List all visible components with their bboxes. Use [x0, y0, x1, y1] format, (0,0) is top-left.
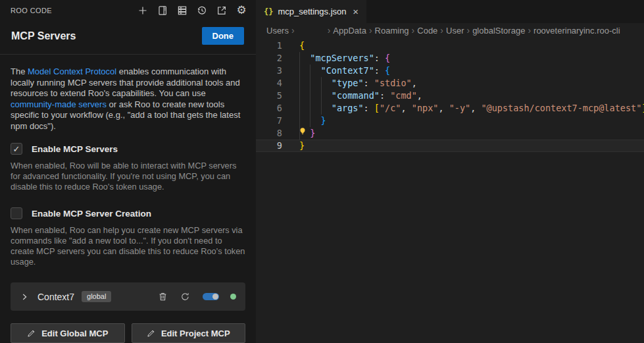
line-content: }: [299, 140, 305, 152]
code-token: {: [299, 40, 305, 51]
model-context-protocol-link[interactable]: Model Context Protocol: [28, 66, 116, 76]
enable-mcp-creation-description: When enabled, Roo can help you create ne…: [11, 225, 247, 267]
edit-project-mcp-button[interactable]: Edit Project MCP: [132, 323, 246, 343]
chevron-right-icon[interactable]: [20, 292, 29, 302]
toggle-knob: [212, 294, 218, 300]
enable-mcp-creation-label: Enable MCP Server Creation: [32, 209, 151, 219]
history-icon[interactable]: [195, 4, 209, 17]
enable-mcp-servers-label: Enable MCP Servers: [32, 144, 118, 154]
enable-mcp-creation-checkbox[interactable]: [11, 207, 22, 219]
editor-pane: {} mcp_settings.json × Users››AppData›Ro…: [256, 0, 644, 343]
edit-buttons-row: Edit Global MCP Edit Project MCP: [11, 323, 245, 343]
breadcrumb-item[interactable]: AppData: [333, 26, 366, 36]
settings-gear-icon[interactable]: ⚙: [235, 4, 248, 17]
code-token: "/c": [380, 103, 401, 113]
code-token: :: [374, 53, 385, 63]
server-name: Context7: [37, 292, 74, 302]
enable-mcp-servers-setting: ✓ Enable MCP Servers: [11, 143, 245, 155]
done-button[interactable]: Done: [202, 27, 245, 45]
line-content: "Context7": {: [299, 65, 390, 77]
code-token: "-y": [449, 103, 471, 113]
code-token: {: [385, 65, 390, 76]
code-line-8[interactable]: 8}: [256, 127, 644, 140]
code-token: "args": [332, 103, 364, 113]
code-token: ]: [641, 103, 644, 113]
code-token: "command": [332, 90, 380, 101]
pencil-icon: [27, 329, 36, 338]
delete-trash-icon[interactable]: [157, 291, 168, 303]
code-token: ,: [470, 103, 481, 113]
breadcrumb-separator-icon: ›: [528, 25, 531, 36]
indent-guide: [310, 115, 310, 127]
line-content: "args": ["/c", "npx", "-y", "@upstash/co…: [299, 102, 644, 115]
open-external-icon[interactable]: [215, 4, 228, 17]
indent-guide: [299, 77, 300, 90]
tab-filename: mcp_settings.json: [278, 7, 346, 16]
code-line-7[interactable]: 7 }: [256, 115, 644, 127]
code-editor[interactable]: 1{2 "mcpServers": {3 "Context7": {4 "typ…: [256, 38, 644, 152]
mcp-description-paragraph: The Model Context Protocol enables commu…: [11, 66, 249, 132]
breadcrumb-item[interactable]: rooveterinaryinc.roo-cli: [533, 26, 620, 36]
tab-mcp-settings-json[interactable]: {} mcp_settings.json ×: [256, 0, 366, 23]
indent-guide: [299, 90, 300, 102]
line-number: 6: [256, 102, 282, 115]
server-enabled-toggle[interactable]: [203, 293, 219, 300]
breadcrumb-item[interactable]: globalStorage: [472, 26, 525, 36]
code-token: "cmd": [390, 90, 417, 101]
restart-refresh-icon[interactable]: [179, 291, 191, 303]
code-token: [299, 90, 332, 101]
indent-guide: [299, 102, 300, 115]
indent-guide: [310, 90, 310, 102]
json-file-icon: {}: [264, 7, 273, 16]
line-number: 8: [256, 127, 282, 140]
enable-mcp-servers-checkbox[interactable]: ✓: [11, 143, 22, 155]
breadcrumb-separator-icon: ›: [291, 25, 295, 36]
enable-mcp-creation-setting: Enable MCP Server Creation: [11, 207, 245, 219]
extension-title: ROO CODE: [11, 7, 52, 14]
code-token: "type": [332, 78, 364, 88]
line-number: 9: [256, 140, 282, 152]
code-token: }: [321, 115, 326, 126]
indent-guide: [299, 65, 300, 77]
code-token: }: [299, 140, 305, 151]
line-content: }: [299, 115, 326, 127]
code-token: [299, 53, 310, 63]
line-number: 2: [256, 52, 282, 65]
indent-guide: [299, 52, 300, 65]
tab-close-icon[interactable]: ×: [351, 7, 360, 16]
code-token: }: [310, 128, 315, 138]
prompts-notepad-icon[interactable]: [156, 4, 169, 17]
page-title: MCP Servers: [11, 30, 76, 42]
header-icon-toolbar: ⚙: [136, 4, 248, 17]
edit-global-mcp-button[interactable]: Edit Global MCP: [11, 323, 125, 343]
server-row-context7[interactable]: Context7 global: [11, 282, 245, 311]
server-scope-badge: global: [82, 291, 111, 302]
code-line-2[interactable]: 2 "mcpServers": {: [256, 52, 644, 65]
breadcrumb-item[interactable]: User: [446, 26, 464, 36]
mcp-server-icon[interactable]: [176, 4, 189, 17]
panel-content: The Model Context Protocol enables commu…: [0, 55, 256, 343]
community-made-servers-link[interactable]: community-made servers: [11, 99, 107, 109]
breadcrumb-item[interactable]: Code: [417, 26, 437, 36]
pencil-icon: [147, 329, 155, 338]
editor-tab-bar: {} mcp_settings.json ×: [256, 0, 644, 23]
indent-guide: [310, 65, 310, 77]
code-line-1[interactable]: 1{: [256, 40, 644, 52]
code-token: [299, 103, 332, 113]
code-line-4[interactable]: 4 "type": "stdio",: [256, 77, 644, 90]
line-content: }: [299, 127, 315, 140]
code-line-6[interactable]: 6 "args": ["/c", "npx", "-y", "@upstash/…: [256, 102, 644, 115]
new-task-plus-icon[interactable]: [136, 4, 149, 17]
enable-mcp-servers-description: When enabled, Roo will be able to intera…: [11, 161, 247, 192]
code-line-5[interactable]: 5 "command": "cmd",: [256, 90, 644, 102]
indent-guide: [299, 115, 300, 127]
code-token: ,: [412, 78, 417, 88]
code-line-9[interactable]: 9}: [256, 140, 644, 152]
code-line-3[interactable]: 3 "Context7": {: [256, 65, 644, 77]
line-number: 4: [256, 77, 282, 90]
roo-code-sidebar: ROO CODE ⚙: [0, 0, 256, 343]
breadcrumb-item[interactable]: Users: [266, 26, 289, 36]
code-token: :: [374, 65, 385, 76]
breadcrumb-item[interactable]: Roaming: [375, 26, 409, 36]
panel-header: ROO CODE ⚙: [0, 0, 256, 20]
